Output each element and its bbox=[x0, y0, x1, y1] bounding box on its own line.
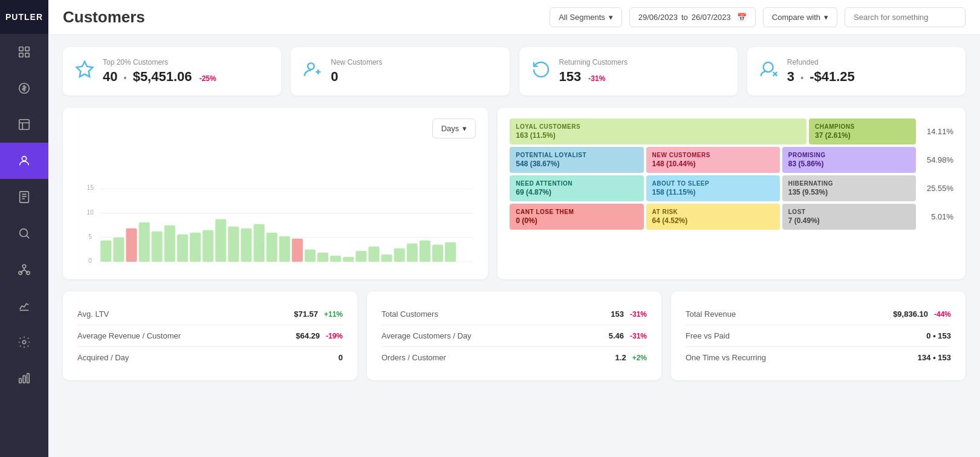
svg-rect-29 bbox=[100, 241, 111, 262]
bar-chart: 0 5 10 15 bbox=[75, 144, 476, 266]
app-logo: PUTLER bbox=[0, 0, 48, 34]
rfm-new-customers: NEW CUSTOMERS 148 (10.44%) bbox=[646, 147, 780, 173]
segment-dropdown[interactable]: All Segments ▾ bbox=[550, 7, 622, 27]
chart-header: Days ▾ bbox=[75, 118, 476, 138]
stat-fp-label: Free vs Paid bbox=[686, 331, 730, 340]
rfm-cant: CANT LOSE THEM 0 (0%) bbox=[510, 204, 643, 230]
rfm-attention: NEED ATTENTION 69 (4.87%) bbox=[510, 175, 643, 201]
kpi-refunded: Refunded 3 • -$41.25 bbox=[747, 47, 965, 96]
stat-arpc: Average Revenue / Customer $64.29 -19% bbox=[77, 325, 343, 347]
rfm-row-4: CANT LOSE THEM 0 (0%) AT RISK 64 (4.52%)… bbox=[510, 204, 953, 230]
stat-acqday-label: Acquired / Day bbox=[77, 353, 129, 362]
period-dropdown[interactable]: Days ▾ bbox=[432, 118, 476, 138]
svg-rect-31 bbox=[126, 228, 137, 262]
kpi-top20-label: Top 20% Customers bbox=[103, 58, 216, 66]
rfm-loyal: LOYAL CUSTOMERS 163 (11.5%) bbox=[510, 118, 806, 144]
rfm-row3-pct: 25.55% bbox=[923, 184, 953, 193]
svg-text:0: 0 bbox=[88, 258, 92, 264]
stat-total-cust: Total Customers 153 -31% bbox=[381, 303, 647, 325]
chevron-down-icon: ▾ bbox=[609, 13, 613, 22]
svg-rect-44 bbox=[292, 239, 303, 262]
kpi-new-value: 0 bbox=[331, 69, 382, 85]
sidebar-item-orders[interactable] bbox=[0, 106, 48, 143]
rfm-grid: LOYAL CUSTOMERS 163 (11.5%) CHAMPIONS 37… bbox=[510, 118, 953, 230]
returning-icon bbox=[531, 60, 551, 83]
stat-rev-label: Total Revenue bbox=[686, 310, 736, 319]
stat-avg-value: 5.46 -31% bbox=[609, 331, 647, 340]
sidebar-item-analytics[interactable] bbox=[0, 215, 48, 251]
stat-ltv-value: $71.57 +11% bbox=[294, 310, 343, 319]
svg-rect-46 bbox=[317, 253, 328, 262]
stat-recurring: One Time vs Recurring 134 • 153 bbox=[686, 347, 951, 368]
svg-rect-38 bbox=[215, 219, 226, 262]
sidebar-item-customers[interactable] bbox=[0, 143, 48, 179]
sidebar-item-bottom[interactable] bbox=[0, 360, 48, 397]
rfm-champions: CHAMPIONS 37 (2.61%) bbox=[809, 118, 916, 144]
chevron-down-icon: ▾ bbox=[824, 13, 828, 22]
sidebar-item-dashboard[interactable] bbox=[0, 34, 48, 70]
rfm-potential: POTENTIAL LOYALIST 548 (38.67%) bbox=[510, 147, 643, 173]
rfm-row-3: NEED ATTENTION 69 (4.87%) ABOUT TO SLEEP… bbox=[510, 175, 953, 201]
sidebar-item-reports[interactable] bbox=[0, 179, 48, 215]
svg-rect-55 bbox=[432, 245, 443, 262]
sidebar-item-settings[interactable] bbox=[0, 324, 48, 360]
stat-acqday: Acquired / Day 0 bbox=[77, 347, 343, 368]
rfm-promising: PROMISING 83 (5.86%) bbox=[782, 147, 916, 173]
date-separator: to bbox=[681, 13, 688, 22]
chevron-icon: ▾ bbox=[462, 124, 467, 133]
page-title: Customers bbox=[63, 8, 540, 27]
svg-point-17 bbox=[308, 63, 314, 70]
svg-rect-33 bbox=[152, 232, 163, 262]
svg-rect-32 bbox=[139, 222, 150, 262]
stat-orders-label: Orders / Customer bbox=[381, 353, 446, 362]
stat-orders-cust: Orders / Customer 1.2 +2% bbox=[381, 347, 647, 368]
svg-point-12 bbox=[22, 340, 26, 344]
sidebar-item-revenue[interactable] bbox=[0, 70, 48, 106]
svg-rect-48 bbox=[343, 257, 354, 262]
rfm-row-1: LOYAL CUSTOMERS 163 (11.5%) CHAMPIONS 37… bbox=[510, 118, 953, 144]
stat-rec-label: One Time vs Recurring bbox=[686, 353, 766, 362]
svg-rect-1 bbox=[25, 47, 29, 51]
date-to: 26/07/2023 bbox=[692, 13, 731, 22]
svg-text:15: 15 bbox=[87, 184, 94, 191]
rfm-row-2: POTENTIAL LOYALIST 548 (38.67%) NEW CUST… bbox=[510, 147, 953, 173]
rfm-row2-pct: 54.98% bbox=[923, 155, 953, 164]
svg-point-8 bbox=[20, 229, 28, 237]
chart-card: Days ▾ 0 5 10 15 bbox=[63, 108, 488, 279]
sidebar-item-affiliates[interactable] bbox=[0, 251, 48, 288]
rfm-row4-pct: 5.01% bbox=[923, 212, 953, 221]
rfm-hibernating: HIBERNATING 135 (9.53%) bbox=[782, 175, 916, 201]
svg-rect-54 bbox=[420, 241, 430, 262]
kpi-top20-value: 40 • $5,451.06 -25% bbox=[103, 69, 216, 85]
svg-rect-15 bbox=[27, 374, 30, 383]
svg-rect-53 bbox=[407, 244, 418, 262]
sidebar-item-chart[interactable] bbox=[0, 288, 48, 324]
kpi-top20-body: Top 20% Customers 40 • $5,451.06 -25% bbox=[103, 58, 216, 85]
svg-point-18 bbox=[763, 62, 773, 72]
date-range-picker[interactable]: 29/06/2023 to 26/07/2023 📅 bbox=[629, 7, 756, 27]
kpi-row: Top 20% Customers 40 • $5,451.06 -25% Ne… bbox=[63, 47, 965, 96]
period-label: Days bbox=[441, 124, 459, 133]
svg-rect-0 bbox=[19, 47, 23, 51]
svg-rect-30 bbox=[113, 238, 124, 262]
kpi-refunded-label: Refunded bbox=[787, 58, 855, 66]
rfm-row1-pct: 14.11% bbox=[923, 127, 953, 136]
new-customer-icon bbox=[303, 60, 322, 83]
svg-rect-34 bbox=[164, 225, 175, 262]
svg-marker-16 bbox=[77, 61, 93, 76]
middle-row: Days ▾ 0 5 10 15 bbox=[63, 108, 965, 279]
page-header: Customers All Segments ▾ 29/06/2023 to 2… bbox=[48, 0, 980, 35]
refunded-icon bbox=[759, 60, 779, 83]
stat-ltv-label: Avg. LTV bbox=[77, 310, 109, 319]
svg-point-9 bbox=[22, 265, 26, 268]
search-input[interactable] bbox=[845, 7, 965, 27]
stats-card-middle: Total Customers 153 -31% Average Custome… bbox=[367, 291, 661, 380]
svg-rect-3 bbox=[25, 53, 29, 57]
compare-dropdown[interactable]: Compare with ▾ bbox=[763, 7, 837, 27]
svg-rect-56 bbox=[445, 242, 456, 262]
svg-rect-5 bbox=[19, 120, 30, 130]
kpi-returning-label: Returning Customers bbox=[559, 58, 628, 66]
stat-free-paid: Free vs Paid 0 • 153 bbox=[686, 325, 951, 347]
calendar-icon: 📅 bbox=[737, 13, 747, 22]
stat-orders-value: 1.2 +2% bbox=[615, 353, 647, 362]
